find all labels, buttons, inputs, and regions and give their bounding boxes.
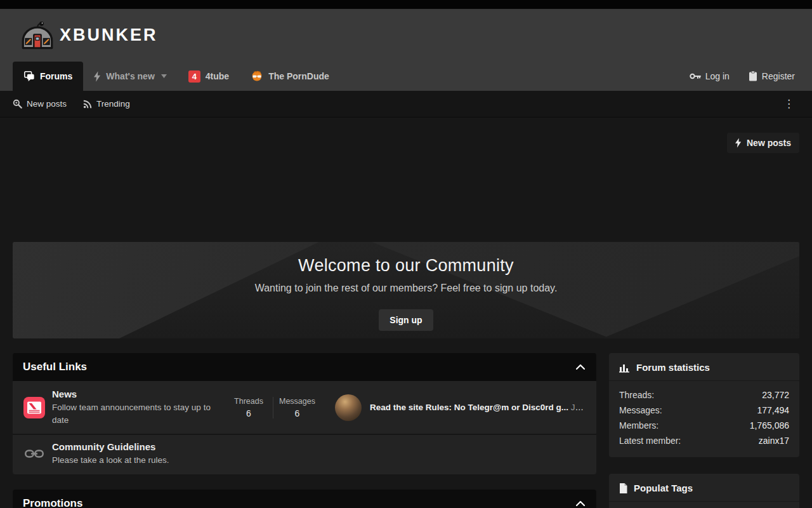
news-node-row: News Follow team announcements to stay u… (13, 381, 596, 434)
chevron-up-icon[interactable] (576, 364, 585, 370)
subnav-label: New posts (27, 99, 67, 109)
porndude-face-icon (251, 70, 263, 83)
actions-row: New posts (13, 117, 799, 153)
tag-cloud-clipped (609, 502, 799, 508)
subnav: New posts Trending ⋮ (0, 91, 812, 117)
latest-post: Read the site Rules: No Telegr@m or Disc… (335, 394, 586, 421)
login-label: Log in (705, 71, 730, 81)
stat-row-members: Members: 1,765,086 (619, 418, 789, 433)
stat-value: 177,494 (757, 403, 789, 418)
subnav-label: Trending (96, 99, 130, 109)
link-icon[interactable] (23, 449, 46, 458)
promotions-header[interactable]: Promotions (13, 490, 596, 508)
lightning-icon (94, 71, 101, 82)
popular-tags-block: Populat Tags (609, 474, 799, 508)
stat-label: Members: (619, 418, 658, 433)
stat-value: 23,772 (762, 387, 789, 403)
stat-label: Threads (225, 397, 273, 406)
key-icon (690, 72, 701, 80)
stat-label: Threads: (619, 387, 654, 403)
brand-name[interactable]: XBUNKER (60, 25, 158, 45)
welcome-banner: Welcome to our Community Wanting to join… (13, 242, 799, 338)
stat-value: 6 (225, 408, 273, 418)
stat-value[interactable]: zainx17 (759, 433, 789, 448)
chevron-up-icon[interactable] (576, 501, 585, 506)
forum-page: XBUNKER Forums (0, 0, 812, 508)
nav-tabs: Forums What's new 4 4tube (13, 62, 340, 91)
tab-label: What's new (106, 71, 154, 81)
stat-value: 1,765,086 (750, 418, 789, 433)
subnav-new-posts[interactable]: New posts (13, 99, 67, 109)
useful-links-block: Useful Links (13, 353, 596, 474)
tab-porndude[interactable]: The PornDude (240, 62, 340, 91)
sign-up-button[interactable]: Sign up (379, 309, 433, 331)
forum-statistics-body: Threads: 23,772 Messages: 177,494 Member… (609, 381, 799, 457)
document-icon (619, 483, 627, 493)
popular-tags-header: Populat Tags (609, 474, 799, 501)
stat-row-messages: Messages: 177,494 (619, 403, 789, 418)
tab-4tube[interactable]: 4 4tube (178, 62, 240, 91)
speech-bubbles-icon (23, 70, 35, 82)
side-block-title: Populat Tags (634, 483, 693, 493)
node-description: Follow team announcements to stay up to … (52, 401, 216, 426)
stat-label: Messages (273, 397, 321, 406)
tab-forums[interactable]: Forums (13, 62, 83, 91)
banner-subtitle: Wanting to join the rest of our members?… (255, 283, 558, 294)
forum-statistics-header: Forum statistics (609, 353, 799, 380)
site-header: XBUNKER Forums (0, 9, 812, 91)
node-title[interactable]: Community Guidelines (52, 441, 216, 452)
latest-post-title[interactable]: Read the site Rules: No Telegr@m or Disc… (370, 403, 568, 412)
login-link[interactable]: Log in (690, 71, 730, 81)
messages-stat: Messages 6 (273, 397, 321, 418)
side-block-title: Forum statistics (636, 362, 710, 373)
kebab-menu-icon[interactable]: ⋮ (778, 96, 799, 112)
banner-title: Welcome to our Community (298, 256, 514, 276)
news-icon[interactable] (23, 396, 46, 419)
chevron-down-icon (161, 74, 167, 78)
block-title: Useful Links (23, 361, 87, 373)
avatar[interactable] (335, 394, 362, 421)
stat-label: Messages: (619, 403, 662, 418)
tab-label: The PornDude (268, 71, 329, 81)
useful-links-header[interactable]: Useful Links (13, 353, 596, 381)
guidelines-node-row: Community Guidelines Please take a look … (13, 434, 596, 474)
top-strip (0, 0, 812, 9)
content-columns: Useful Links (13, 353, 799, 508)
node-description: Please take a look at the rules. (52, 454, 216, 467)
stat-row-latest-member: Latest member: zainx17 (619, 433, 789, 448)
bunker-logo-icon[interactable] (21, 21, 54, 50)
tab-whats-new[interactable]: What's new (83, 62, 177, 91)
stat-label: Latest member: (619, 433, 681, 448)
register-link[interactable]: Register (749, 71, 795, 81)
rss-icon (83, 100, 92, 109)
tab-label: Forums (40, 71, 72, 81)
threads-stat: Threads 6 (225, 397, 273, 418)
main-nav: Forums What's new 4 4tube (0, 62, 812, 91)
lightning-icon (735, 138, 742, 148)
auth-links: Log in Register (690, 62, 795, 91)
4tube-badge-icon: 4 (188, 70, 200, 83)
sidebar: Forum statistics Threads: 23,772 Message… (609, 353, 799, 508)
news-node-info: News Follow team announcements to stay u… (52, 389, 216, 426)
logo-row: XBUNKER (0, 9, 812, 62)
new-posts-button[interactable]: New posts (727, 133, 799, 153)
search-icon (13, 99, 22, 109)
promotions-block: Promotions (13, 490, 596, 508)
clipboard-icon (749, 71, 757, 81)
new-posts-label: New posts (747, 138, 791, 148)
node-title[interactable]: News (52, 389, 216, 399)
latest-post-text: Read the site Rules: No Telegr@m or Disc… (370, 403, 586, 412)
block-title: Promotions (23, 497, 82, 508)
stat-value: 6 (273, 408, 321, 418)
subnav-trending[interactable]: Trending (83, 99, 130, 109)
bar-chart-icon (619, 363, 630, 373)
tab-label: 4tube (206, 71, 229, 81)
guidelines-node-info: Community Guidelines Please take a look … (52, 441, 216, 467)
node-stats: Threads 6 Messages 6 (225, 397, 321, 418)
latest-post-meta: Jun 5, 2024 · ... (571, 403, 586, 412)
main-column: Useful Links (13, 353, 596, 508)
register-label: Register (762, 71, 795, 81)
forum-statistics-block: Forum statistics Threads: 23,772 Message… (609, 353, 799, 457)
stat-row-threads: Threads: 23,772 (619, 387, 789, 403)
page-content: New posts Welcome to our Community Wanti… (0, 117, 812, 508)
